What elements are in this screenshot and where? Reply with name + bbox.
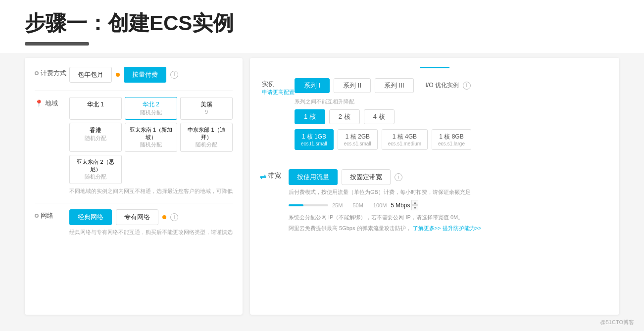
- bw-traffic-button[interactable]: 按使用流量: [289, 169, 338, 185]
- network-radio[interactable]: [35, 214, 39, 218]
- bandwidth-slider-track[interactable]: [289, 204, 328, 206]
- slider-labels: 25M 50M 100M: [332, 202, 387, 208]
- core-row: 1 核 2 核 4 核: [295, 109, 609, 124]
- bandwidth-slider-fill: [289, 204, 303, 206]
- slider-value-area: 5 Mbps ▲ ▼: [391, 200, 418, 210]
- region-section: 📍 地域 华北 1 华北 2 随机分配 美溪: [35, 97, 233, 195]
- billing-options: 包年包月 按量付费 i: [69, 67, 233, 83]
- vpc-network-button[interactable]: 专有网络: [116, 209, 158, 225]
- sys-note: 系统会分配公网 IP（不能解绑），若不需要公网 IP，请选择带宽值 0M。: [289, 213, 609, 222]
- page-title: 步骤一：创建ECS实例: [25, 10, 619, 37]
- region-singapore[interactable]: 亚太东南 1（新加坡） 随机分配: [125, 123, 177, 152]
- classic-network-button[interactable]: 经典网络: [69, 209, 112, 225]
- network-info-icon[interactable]: i: [170, 213, 178, 221]
- billing-orange-dot: [116, 73, 120, 77]
- spec-row: 1 核 1GB ecs.t1.small 1 核 2GB ecs.s1.smal…: [295, 129, 609, 150]
- stepper-down[interactable]: ▼: [411, 205, 418, 210]
- spec-1c4g-button[interactable]: 1 核 4GB ecs.s1.medium: [382, 129, 428, 150]
- network-orange-dot: [162, 215, 166, 219]
- instance-label: 实例 申请更高配置: [260, 78, 295, 96]
- billing-radio[interactable]: [35, 71, 39, 75]
- series-row: 系列 I 系列 II 系列 III I/O 优化实例 i: [295, 78, 609, 93]
- tab-indicator: [420, 67, 449, 68]
- region-north1[interactable]: 华北 1: [69, 97, 122, 120]
- learn-more-link[interactable]: 了解更多>>: [413, 225, 441, 231]
- spec-1c8g-button[interactable]: 1 核 8GB ecs.s1.large: [432, 129, 471, 150]
- network-label: 网络: [35, 209, 69, 220]
- network-note: 经典网络与专有网络不能互通，购买后不能更改网络类型，请谨慎选: [69, 228, 233, 236]
- region-sydney[interactable]: 亚太东南 2（悉尼） 随机分配: [69, 155, 122, 184]
- core-1-button[interactable]: 1 核: [295, 109, 325, 124]
- series-note: 系列之间不能互相升降配: [295, 98, 609, 105]
- divider-3: [260, 163, 609, 163]
- billing-section: 计费方式 包年包月 按量付费 i: [35, 67, 233, 83]
- stepper-up[interactable]: ▲: [411, 200, 418, 205]
- billing-monthly-button[interactable]: 包年包月: [69, 67, 112, 83]
- higher-config-link[interactable]: 申请更高配置: [262, 89, 295, 96]
- progress-bar: [25, 42, 89, 46]
- location-icon: 📍: [35, 99, 43, 107]
- title-area: 步骤一：创建ECS实例: [0, 0, 644, 42]
- progress-bar-area: [0, 42, 644, 53]
- instance-content: 系列 I 系列 II 系列 III I/O 优化实例 i 系列之间不能互相升降配…: [295, 78, 609, 155]
- bw-options: 按使用流量 按固定带宽 i: [289, 169, 609, 185]
- region-us[interactable]: 美溪 9: [180, 97, 233, 120]
- region-grid: 华北 1 华北 2 随机分配 美溪 9 香港 随机: [69, 97, 233, 184]
- network-options: 经典网络 专有网络 i: [69, 209, 233, 225]
- slider-unit: Mbps: [396, 202, 410, 209]
- content-area: 计费方式 包年包月 按量付费 i 📍 地域: [0, 53, 644, 320]
- core-2-button[interactable]: 2 核: [329, 109, 360, 124]
- bandwidth-icon: ⇌: [260, 172, 266, 181]
- io-info-icon[interactable]: i: [463, 82, 471, 90]
- slide-container: 步骤一：创建ECS实例 计费方式 包年包月 按量付费 i: [0, 0, 644, 331]
- footer: @51CTO博客: [600, 319, 634, 326]
- bandwidth-content: 按使用流量 按固定带宽 i 后付费模式，按使用流量（单位为GB）计费，每小时扣费…: [289, 169, 609, 233]
- billing-info-icon[interactable]: i: [170, 71, 178, 79]
- bandwidth-stepper: ▲ ▼: [411, 200, 418, 210]
- bandwidth-slider-container: 25M 50M 100M 5 Mbps ▲ ▼: [289, 200, 609, 210]
- region-north2[interactable]: 华北 2 随机分配: [125, 97, 177, 120]
- region-dubai[interactable]: 中东东部 1（迪拜） 随机分配: [180, 123, 233, 152]
- bandwidth-section: ⇌ 带宽 按使用流量 按固定带宽 i 后付费模式，按使用流量（单位为GB）计费，…: [260, 169, 609, 233]
- bandwidth-label-area: ⇌ 带宽: [260, 169, 285, 181]
- spec-1c2g-button[interactable]: 1 核 2GB ecs.s1.small: [338, 129, 378, 150]
- series-1-button[interactable]: 系列 I: [295, 78, 330, 93]
- spec-1c1g-button[interactable]: 1 核 1GB ecs.t1.small: [295, 129, 334, 150]
- region-note: 不同地域的实例之间内网互不相通，选择最近您客户的地域，可降低: [69, 187, 233, 195]
- series-2-button[interactable]: 系列 II: [334, 78, 371, 93]
- region-hongkong[interactable]: 香港 随机分配: [69, 123, 122, 152]
- region-label: 📍 地域: [35, 97, 69, 108]
- bw-info-icon[interactable]: i: [395, 173, 402, 181]
- region-content: 华北 1 华北 2 随机分配 美溪 9 香港 随机: [69, 97, 233, 195]
- io-label: I/O 优化实例: [426, 81, 459, 90]
- slider-value: 5: [391, 202, 394, 209]
- instance-section: 实例 申请更高配置 系列 I 系列 II 系列 III I/O 优化实例 i 系…: [260, 78, 609, 155]
- divider-1: [35, 91, 233, 91]
- bw-fixed-button[interactable]: 按固定带宽: [342, 169, 391, 185]
- billing-ondemand-button[interactable]: 按量付费: [124, 67, 166, 83]
- series-3-button[interactable]: 系列 III: [375, 78, 413, 93]
- upgrade-link[interactable]: 提升防护能力>>: [443, 225, 482, 231]
- right-panel: 实例 申请更高配置 系列 I 系列 II 系列 III I/O 优化实例 i 系…: [250, 58, 619, 315]
- network-content: 经典网络 专有网络 i 经典网络与专有网络不能互通，购买后不能更改网络类型，请谨…: [69, 209, 233, 236]
- network-section: 网络 经典网络 专有网络 i 经典网络与专有网络不能互通，购买后不能更改网络类型…: [35, 209, 233, 236]
- free-note: 阿里云免费提供最高 5Gbps 的弹素流量攻击防护， 了解更多>> 提升防护能力…: [289, 224, 609, 233]
- billing-label: 计费方式: [35, 67, 69, 78]
- divider-2: [35, 203, 233, 203]
- core-4-button[interactable]: 4 核: [364, 109, 395, 124]
- billing-content: 包年包月 按量付费 i: [69, 67, 233, 83]
- bw-note: 后付费模式，按使用流量（单位为GB）计费，每小时扣费，请保证余额充足: [289, 188, 609, 196]
- left-panel: 计费方式 包年包月 按量付费 i 📍 地域: [25, 58, 243, 315]
